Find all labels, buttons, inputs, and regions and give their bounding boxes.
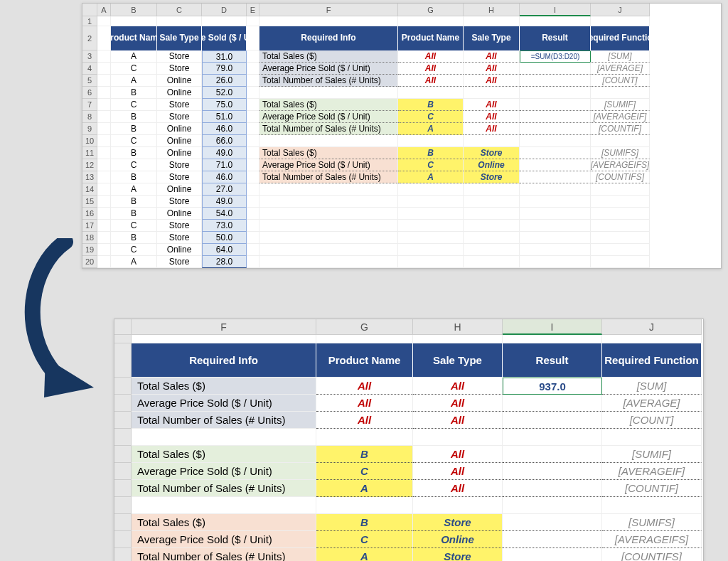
cell[interactable] [591, 232, 650, 244]
row-header[interactable] [114, 343, 132, 378]
cell-info-product[interactable]: All [316, 395, 413, 412]
cell-info-label[interactable]: Average Price Sold ($ / Unit) [132, 531, 316, 548]
cell[interactable] [503, 548, 602, 561]
cell[interactable] [602, 497, 702, 514]
row-header-5[interactable]: 5 [82, 75, 97, 87]
cell-price[interactable]: 49.0 [202, 147, 247, 159]
cell[interactable] [413, 497, 503, 514]
cell[interactable] [398, 87, 464, 99]
cell-info-func[interactable]: [SUMIF] [591, 99, 650, 111]
cell-info-result[interactable] [520, 75, 591, 87]
cell-info-label[interactable]: Average Price Sold ($ / Unit) [259, 63, 398, 75]
cell-info-label[interactable]: Total Number of Sales (# Units) [259, 75, 398, 87]
cell[interactable] [503, 446, 602, 463]
cell[interactable] [247, 26, 259, 50]
cell-info-result[interactable] [520, 99, 591, 111]
cell[interactable] [520, 256, 591, 268]
cell[interactable] [591, 196, 650, 208]
cell[interactable] [503, 395, 602, 412]
cell-info-product[interactable]: A [316, 480, 413, 497]
cell[interactable] [259, 256, 398, 268]
cell[interactable] [111, 16, 157, 26]
cell-info-saletype[interactable]: All [464, 111, 520, 123]
row-header[interactable] [114, 412, 132, 429]
cell-info-product[interactable]: C [316, 531, 413, 548]
cell[interactable] [259, 135, 398, 147]
cell[interactable] [247, 123, 259, 135]
cell[interactable] [398, 135, 464, 147]
cell[interactable] [591, 256, 650, 268]
cell[interactable] [520, 232, 591, 244]
cell-info-label[interactable]: Total Sales ($) [259, 99, 398, 111]
cell[interactable] [520, 208, 591, 220]
cell[interactable] [97, 220, 111, 232]
row-header-7[interactable]: 7 [82, 99, 97, 111]
cell-info-saletype[interactable]: All [464, 99, 520, 111]
cell-product[interactable]: C [111, 99, 157, 111]
cell[interactable] [247, 50, 259, 63]
cell-info-label[interactable]: Total Sales ($) [259, 50, 398, 63]
row-header[interactable] [114, 497, 132, 514]
cell-info-label[interactable]: Total Number of Sales (# Units) [132, 412, 316, 429]
cell-saletype[interactable]: Store [157, 50, 202, 63]
cell-product[interactable]: A [111, 75, 157, 87]
cell-info-product[interactable]: All [316, 412, 413, 429]
cell-info-saletype[interactable]: All [464, 123, 520, 135]
col-header-G[interactable]: G [398, 4, 464, 16]
cell-info-label[interactable]: Total Number of Sales (# Units) [259, 171, 398, 183]
cell-product[interactable]: B [111, 196, 157, 208]
row-header-13[interactable]: 13 [82, 171, 97, 183]
col-header-I[interactable]: I [520, 4, 591, 16]
cell-info-saletype[interactable]: Store [464, 171, 520, 183]
col-header-F[interactable]: F [259, 4, 398, 16]
cell-info-label[interactable]: Average Price Sold ($ / Unit) [259, 111, 398, 123]
row-header[interactable] [114, 335, 132, 343]
cell-info-saletype[interactable]: All [464, 63, 520, 75]
row-header-2[interactable]: 2 [82, 26, 97, 50]
cell-price[interactable]: 49.0 [202, 196, 247, 208]
cell-info-label[interactable]: Total Sales ($) [132, 378, 316, 395]
col-header-G[interactable]: G [316, 319, 413, 335]
cell-info-func[interactable]: [COUNTIF] [602, 480, 702, 497]
cell[interactable] [259, 196, 398, 208]
cell-product[interactable]: C [111, 244, 157, 256]
cell[interactable] [398, 232, 464, 244]
cell-info-label[interactable]: Average Price Sold ($ / Unit) [132, 463, 316, 480]
cell[interactable] [97, 171, 111, 183]
cell[interactable] [259, 183, 398, 196]
cell-info-result[interactable] [520, 159, 591, 171]
cell-info-saletype[interactable]: All [464, 75, 520, 87]
cell[interactable] [247, 147, 259, 159]
row-header-15[interactable]: 15 [82, 196, 97, 208]
cell-info-func[interactable]: [SUM] [602, 378, 702, 395]
cell[interactable] [591, 220, 650, 232]
header-required-function[interactable]: Required Function [602, 343, 702, 378]
cell-saletype[interactable]: Store [157, 196, 202, 208]
cell[interactable] [97, 50, 111, 63]
row-header-14[interactable]: 14 [82, 183, 97, 196]
cell[interactable] [464, 208, 520, 220]
col-header-F[interactable]: F [132, 319, 316, 335]
select-all-triangle[interactable] [114, 319, 132, 335]
cell-info-func[interactable]: [AVERAGEIF] [602, 463, 702, 480]
header-required-info[interactable]: Required Info [259, 26, 398, 50]
row-header-4[interactable]: 4 [82, 63, 97, 75]
cell-saletype[interactable]: Store [157, 111, 202, 123]
header-sale-type[interactable]: Sale Type [157, 26, 202, 50]
cell-info-result[interactable] [520, 111, 591, 123]
header-price-sold[interactable]: Price Sold ($ / Unit) [202, 26, 247, 50]
header-product-name[interactable]: Product Name [111, 26, 157, 50]
cell-info-product[interactable]: B [398, 99, 464, 111]
row-header-8[interactable]: 8 [82, 111, 97, 123]
cell[interactable] [259, 87, 398, 99]
cell-info-saletype[interactable]: All [413, 446, 503, 463]
cell-info-product[interactable]: A [316, 548, 413, 561]
cell-info-label[interactable]: Total Number of Sales (# Units) [132, 480, 316, 497]
cell[interactable] [97, 16, 111, 26]
cell[interactable] [591, 208, 650, 220]
cell-product[interactable]: B [111, 87, 157, 99]
cell-product[interactable]: B [111, 232, 157, 244]
cell-saletype[interactable]: Online [157, 135, 202, 147]
cell[interactable] [520, 196, 591, 208]
cell-info-func[interactable]: [SUMIFS] [591, 147, 650, 159]
